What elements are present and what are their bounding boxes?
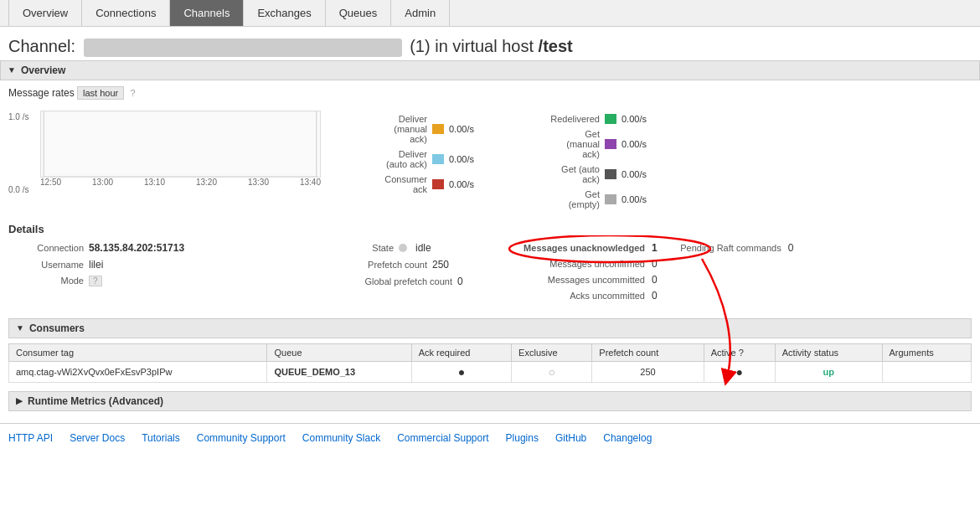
chart-legend-row: 1.0 /s 0.0 /s 12:50 13:00 13:10 13:20 13… <box>0 111 980 218</box>
time-badge[interactable]: last hour <box>77 86 124 100</box>
x-label-2: 13:10 <box>144 178 165 187</box>
legend-deliver-manual-value: 0.00/s <box>449 124 474 134</box>
legend-consumer-ack-label: Consumerack <box>343 174 427 194</box>
consumer-tag-cell: amq.ctag-vWi2XvQvx0eFxEsvP3pIPw <box>9 361 267 382</box>
legend-get-manual-label: Get(manualack) <box>516 129 600 159</box>
prefetch-value: 250 <box>432 259 449 271</box>
channel-suffix-num: (1) <box>410 37 430 55</box>
legend-get-empty: Get(empty) 0.00/s <box>516 189 647 209</box>
username-value: lilei <box>89 259 103 271</box>
th-arguments: Arguments <box>882 343 972 361</box>
legend-get-auto: Get (autoack) 0.00/s <box>516 164 647 184</box>
exclusive-cell: ○ <box>512 361 592 382</box>
legend-get-auto-label: Get (autoack) <box>516 164 600 184</box>
msg-unacknowledged-value: 1 <box>652 242 658 254</box>
nav-exchanges[interactable]: Exchanges <box>244 0 325 26</box>
acks-uncommitted-value: 0 <box>652 290 658 302</box>
nav-admin[interactable]: Admin <box>391 0 450 26</box>
top-navigation: Overview Connections Channels Exchanges … <box>0 0 980 27</box>
mode-question[interactable]: ? <box>89 276 102 286</box>
legend-right: Redelivered 0.00/s Get(manualack) 0.00/s… <box>516 114 647 209</box>
footer-plugins[interactable]: Plugins <box>506 432 539 444</box>
msg-uncommitted-value: 0 <box>652 274 658 286</box>
connection-label: Connection <box>8 243 84 253</box>
footer: HTTP API Server Docs Tutorials Community… <box>0 423 980 452</box>
chart-y-bottom: 0.0 /s <box>8 185 28 194</box>
channel-header: Channel: (1) in virtual host /test <box>0 27 980 60</box>
legend-deliver-manual-color <box>432 124 444 134</box>
queue-cell[interactable]: QUEUE_DEMO_13 <box>267 361 411 382</box>
username-label: Username <box>8 260 84 270</box>
msg-unconfirmed-value: 0 <box>652 258 658 270</box>
legend-redelivered-color <box>605 114 616 124</box>
channel-id <box>84 39 402 57</box>
legend-consumer-ack: Consumerack 0.00/s <box>343 174 474 194</box>
legend-get-auto-value: 0.00/s <box>622 169 647 179</box>
th-activity-status: Activity status <box>775 343 882 361</box>
nav-overview[interactable]: Overview <box>8 0 82 26</box>
legend-deliver-manual-label: Deliver(manualack) <box>343 114 427 144</box>
ack-required-dot: ● <box>458 365 465 379</box>
legend-get-manual-value: 0.00/s <box>622 139 647 149</box>
msg-unconfirmed-label: Messages unconfirmed <box>511 259 645 269</box>
x-label-1: 13:00 <box>92 178 113 187</box>
mode-label: Mode <box>8 276 84 286</box>
x-label-0: 12:50 <box>40 178 61 187</box>
x-label-3: 13:20 <box>196 178 217 187</box>
consumers-table: Consumer tag Queue Ack required Exclusiv… <box>8 343 972 383</box>
footer-server-docs[interactable]: Server Docs <box>70 432 125 444</box>
message-rates-text: Message rates <box>8 87 75 99</box>
status-up: up <box>823 367 833 377</box>
runtime-label: Runtime Metrics (Advanced) <box>28 395 163 407</box>
prefetch-label: Prefetch count <box>343 260 427 270</box>
state-value: idle <box>415 242 431 254</box>
legend-get-empty-color <box>605 194 616 204</box>
legend-get-manual: Get(manualack) 0.00/s <box>516 129 647 159</box>
overview-section-header[interactable]: ▼ Overview <box>0 60 980 80</box>
chart-svg <box>40 111 321 178</box>
message-rates-area: Message rates last hour ? <box>0 80 980 111</box>
nav-queues[interactable]: Queues <box>326 0 392 26</box>
connection-value: 58.135.84.202:51713 <box>89 242 184 254</box>
overview-arrow: ▼ <box>8 65 16 75</box>
nav-connections[interactable]: Connections <box>82 0 170 26</box>
svg-rect-0 <box>44 111 317 177</box>
legend-get-auto-color <box>605 169 616 179</box>
legend-deliver-auto-color <box>432 154 444 164</box>
consumers-section: Consumer tag Queue Ack required Exclusiv… <box>8 343 972 383</box>
runtime-section: ▶ Runtime Metrics (Advanced) <box>0 388 980 415</box>
footer-community-support[interactable]: Community Support <box>197 432 286 444</box>
consumers-section-header[interactable]: ▼ Consumers <box>8 318 972 338</box>
legend-deliver-manual: Deliver(manualack) 0.00/s <box>343 114 474 144</box>
details-section: Details Connection 58.135.84.202:51713 U… <box>0 218 980 315</box>
footer-github[interactable]: GitHub <box>555 432 586 444</box>
nav-channels[interactable]: Channels <box>170 0 244 26</box>
state-indicator <box>399 244 407 252</box>
footer-tutorials[interactable]: Tutorials <box>142 432 180 444</box>
pending-raft-value: 0 <box>788 242 794 254</box>
question-mark[interactable]: ? <box>131 88 136 98</box>
th-active: Active ? <box>704 343 775 361</box>
legend-deliver-auto-label: Deliver(auto ack) <box>343 149 427 169</box>
chart-x-labels: 12:50 13:00 13:10 13:20 13:30 13:40 <box>40 178 321 187</box>
footer-community-slack[interactable]: Community Slack <box>302 432 380 444</box>
chart-y-top: 1.0 /s <box>8 112 28 121</box>
x-label-5: 13:40 <box>300 178 321 187</box>
th-prefetch-count: Prefetch count <box>592 343 704 361</box>
arguments-cell <box>882 361 972 382</box>
table-row: amq.ctag-vWi2XvQvx0eFxEsvP3pIPw QUEUE_DE… <box>9 361 972 382</box>
footer-changelog[interactable]: Changelog <box>603 432 652 444</box>
legend-redelivered-value: 0.00/s <box>622 114 647 124</box>
activity-status-cell: up <box>775 361 882 382</box>
legend-left: Deliver(manualack) 0.00/s Deliver(auto a… <box>343 114 474 209</box>
footer-commercial-support[interactable]: Commercial Support <box>397 432 488 444</box>
legend-deliver-auto: Deliver(auto ack) 0.00/s <box>343 149 474 169</box>
pending-raft-label: Pending Raft commands <box>664 243 781 253</box>
runtime-header[interactable]: ▶ Runtime Metrics (Advanced) <box>8 391 972 411</box>
legend-redelivered-label: Redelivered <box>516 114 600 124</box>
prefetch-count-cell: 250 <box>592 361 704 382</box>
chart-area: 1.0 /s 0.0 /s 12:50 13:00 13:10 13:20 13… <box>8 111 327 209</box>
th-consumer-tag: Consumer tag <box>9 343 267 361</box>
footer-http-api[interactable]: HTTP API <box>8 432 53 444</box>
ack-required-cell: ● <box>411 361 511 382</box>
